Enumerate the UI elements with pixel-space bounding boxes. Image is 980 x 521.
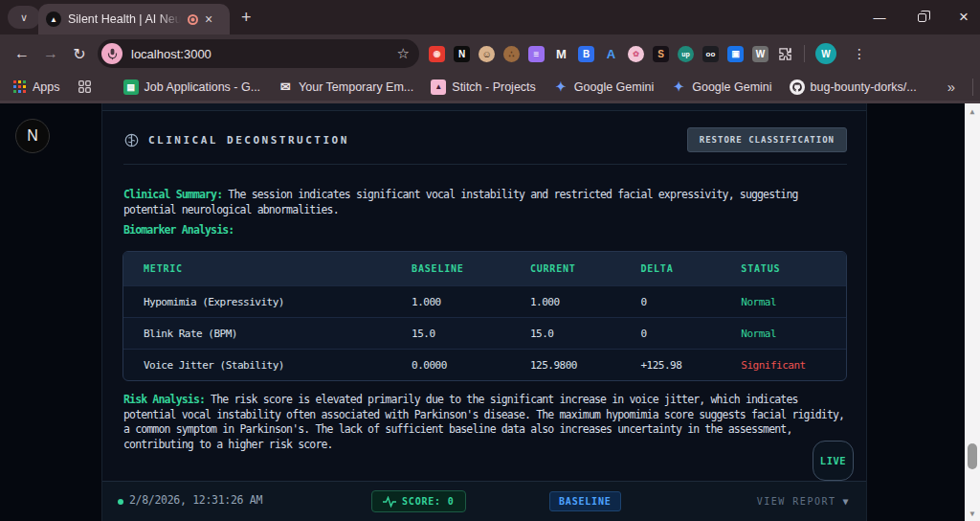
table-row: Blink Rate (BPM) 15.0 15.0 0 Normal [123, 317, 846, 349]
cell-metric: Hypomimia (Expressivity) [123, 296, 391, 308]
extensions-row: ◉ N ☺ ∴ ≡ M B A ✿ S up oo ▣ W W ⋮ [429, 43, 866, 64]
url-text[interactable]: localhost:3000 [131, 47, 397, 61]
panel-top-divider [102, 103, 866, 111]
cookie-extension-icon[interactable]: ∴ [503, 46, 520, 62]
close-icon[interactable]: × [957, 11, 970, 24]
bookmark-temporary-email[interactable]: ✉ Your Temporary Em... [278, 79, 413, 95]
cell-metric: Voice Jitter (Stability) [123, 359, 391, 372]
notion-extension-icon[interactable]: N [454, 46, 470, 62]
biomarker-table: METRIC BASELINE CURRENT DELTA STATUS Hyp… [122, 251, 847, 381]
m-extension-icon[interactable]: M [553, 46, 569, 62]
caret-down-icon: ▼ [842, 496, 850, 507]
score-label: SCORE: 0 [402, 496, 455, 507]
window-controls: — × [873, 0, 970, 34]
sheets-icon: ▤ [123, 79, 139, 95]
pink-extension-icon[interactable]: ✿ [628, 46, 644, 62]
minimize-icon[interactable]: — [873, 11, 886, 24]
forward-icon[interactable]: → [36, 45, 65, 62]
clinical-summary-label: Clinical Summary: [123, 188, 222, 201]
scrollbar-thumb[interactable] [968, 443, 977, 469]
bookmarks-bar: Apps ▤ Job Applications - G... ✉ Your Te… [0, 73, 980, 103]
score-pill: SCORE: 0 [371, 490, 466, 512]
b-extension-icon[interactable]: B [578, 46, 594, 62]
card-header: CLINICAL DECONSTRUCTION RESTORE CLASSIFI… [123, 128, 847, 151]
blue-extension-icon[interactable]: ▣ [727, 46, 744, 62]
baseline-badge: BASELINE [549, 491, 621, 511]
back-icon[interactable]: ← [8, 45, 36, 62]
cell-current: 125.9800 [510, 359, 621, 372]
table-row: Hypomimia (Expressivity) 1.000 1.000 0 N… [123, 285, 846, 317]
restore-icon[interactable] [915, 11, 928, 24]
flask-icon: ▲ [431, 79, 446, 95]
up-extension-icon[interactable]: up [678, 46, 694, 62]
restore-classification-button[interactable]: RESTORE CLASSIFICATION [687, 127, 847, 152]
col-header-current: CURRENT [510, 263, 621, 274]
profile-avatar[interactable]: W [815, 43, 836, 64]
clinical-panel: CLINICAL DECONSTRUCTION RESTORE CLASSIFI… [101, 103, 867, 521]
puzzle-extensions-icon[interactable] [777, 46, 793, 62]
apps-label: Apps [33, 80, 60, 94]
clinical-summary: Clinical Summary: The session indicates … [123, 188, 848, 217]
page-viewport: N CLINICAL DECONSTRUCTION RESTORE CLASSI… [0, 103, 980, 521]
scroll-down-icon[interactable]: ▼ [965, 506, 980, 521]
apps-shortcut[interactable]: Apps [11, 79, 60, 95]
cell-metric: Blink Rate (BPM) [123, 328, 391, 340]
col-header-metric: METRIC [123, 263, 391, 274]
status-badge: Normal [721, 296, 846, 308]
risk-analysis: Risk Analysis: The risk score is elevate… [123, 393, 848, 452]
table-row: Voice Jitter (Stability) 0.0000 125.9800… [123, 349, 846, 380]
view-report-label: VIEW REPORT [757, 496, 836, 507]
bookmark-stitch-projects[interactable]: ▲ Stitch - Projects [431, 79, 536, 95]
record-extension-icon[interactable]: ◉ [429, 46, 445, 62]
gemini-sparkle-icon: ✦ [671, 79, 686, 95]
tab-strip: ∨ ▲ Silent Health | AI Neuro-Au × + — × [0, 0, 980, 34]
bookmark-google-gemini-2[interactable]: ✦ Google Gemini [671, 79, 771, 95]
grid-icon [78, 79, 93, 95]
view-report-button[interactable]: VIEW REPORT ▼ [757, 496, 850, 507]
bookmark-google-gemini-1[interactable]: ✦ Google Gemini [553, 79, 654, 95]
arrow-extension-icon[interactable]: A [603, 46, 619, 62]
new-tab-button[interactable]: + [241, 8, 252, 28]
cell-baseline: 0.0000 [391, 359, 510, 372]
toolbar-separator [804, 45, 805, 62]
address-bar[interactable]: localhost:3000 ☆ [98, 39, 419, 68]
nextjs-dev-badge[interactable]: N [15, 119, 50, 153]
browser-toolbar: ← → ↻ localhost:3000 ☆ ◉ N ☺ ∴ ≡ M B A ✿… [0, 34, 980, 73]
microphone-permission-icon[interactable] [101, 43, 122, 64]
reload-icon[interactable]: ↻ [65, 45, 94, 63]
apps-grid-icon [11, 79, 27, 95]
tab-favicon-icon: ▲ [46, 11, 61, 27]
w-extension-icon[interactable]: W [752, 46, 768, 62]
live-dot-icon [118, 499, 123, 505]
biomarker-analysis-label: Biomarker Analysis: [123, 223, 234, 237]
list-extension-icon[interactable]: ≡ [528, 46, 545, 62]
tab-close-icon[interactable]: × [205, 12, 212, 26]
live-button[interactable]: LIVE [813, 441, 854, 481]
session-timestamp: 2/8/2026, 12:31:26 AM [129, 493, 262, 507]
s-extension-icon[interactable]: S [653, 46, 669, 62]
risk-analysis-label: Risk Analysis: [123, 393, 205, 406]
browser-tab[interactable]: ▲ Silent Health | AI Neuro-Au × [38, 4, 230, 34]
goggles-extension-icon[interactable]: oo [702, 46, 719, 62]
session-status-bar: 2/8/2026, 12:31:26 AM SCORE: 0 BASELINE … [102, 481, 866, 521]
github-icon [790, 79, 805, 95]
status-badge: Significant [721, 359, 846, 372]
page-scrollbar[interactable]: ▲ ▼ [965, 103, 980, 521]
envelope-icon: ✉ [278, 79, 293, 95]
cell-baseline: 1.000 [391, 296, 510, 308]
tab-search-button[interactable]: ∨ [8, 6, 40, 29]
browser-menu-icon[interactable]: ⋮ [853, 46, 866, 61]
cell-delta: +125.98 [620, 359, 721, 372]
scroll-up-icon[interactable]: ▲ [965, 103, 980, 119]
bookmark-bug-bounty-dorks[interactable]: bug-bounty-dorks/... [790, 79, 917, 95]
cell-delta: 0 [620, 328, 721, 340]
tab-groups-button[interactable] [78, 79, 93, 95]
bookmarks-overflow-button[interactable]: » [947, 79, 955, 95]
bookmark-star-icon[interactable]: ☆ [397, 45, 410, 62]
brain-icon [123, 132, 140, 148]
avatar-extension-icon[interactable]: ☺ [479, 46, 495, 62]
risk-analysis-text: The risk score is elevated primarily due… [123, 393, 844, 451]
bookmark-job-applications[interactable]: ▤ Job Applications - G... [123, 79, 261, 95]
cell-baseline: 15.0 [391, 328, 510, 340]
cell-current: 1.000 [510, 296, 621, 308]
